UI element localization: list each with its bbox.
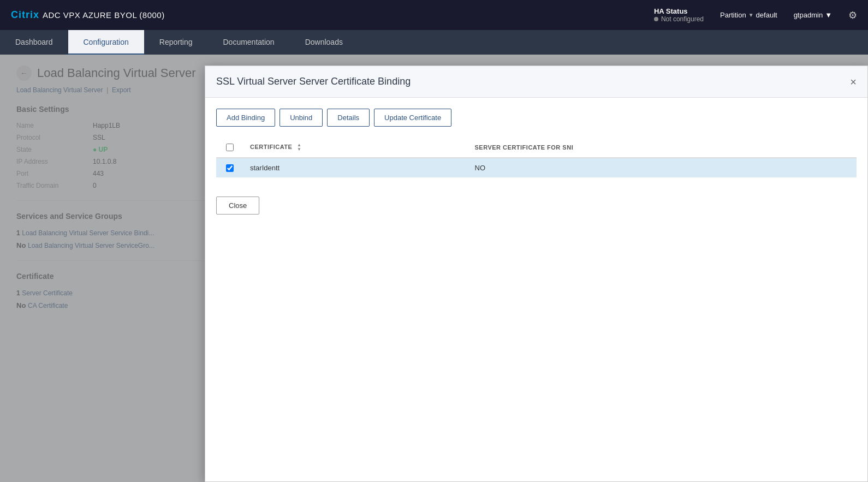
row-checkbox[interactable]	[226, 164, 234, 172]
gear-icon[interactable]: ⚙	[848, 9, 857, 21]
brand: Citrix ADC VPX AZURE BYOL (8000)	[11, 9, 165, 21]
unbind-button[interactable]: Unbind	[280, 109, 323, 127]
user-chevron-icon: ▼	[825, 11, 832, 19]
modal-title: SSL Virtual Server Server Certificate Bi…	[216, 76, 411, 87]
sni-value: NO	[468, 158, 857, 177]
tab-documentation[interactable]: Documentation	[207, 30, 289, 55]
username: gtpadmin	[794, 11, 823, 19]
modal-dialog: SSL Virtual Server Server Certificate Bi…	[205, 66, 868, 482]
ha-status: HA Status Not configured	[654, 7, 704, 23]
sort-icon: ▲ ▼	[297, 143, 301, 152]
table-header-row: CERTIFICATE ▲ ▼ SERVER CERTIFICATE FOR S…	[216, 138, 857, 158]
modal-body: Add Binding Unbind Details Update Certif…	[205, 98, 867, 188]
certificate-table: CERTIFICATE ▲ ▼ SERVER CERTIFICATE FOR S…	[216, 138, 857, 177]
select-all-checkbox[interactable]	[226, 144, 234, 151]
modal-header: SSL Virtual Server Server Certificate Bi…	[205, 66, 867, 98]
ha-status-label: HA Status	[654, 7, 688, 15]
tab-reporting[interactable]: Reporting	[144, 30, 208, 55]
citrix-logo: Citrix	[11, 9, 39, 21]
tab-downloads[interactable]: Downloads	[290, 30, 358, 55]
main-content: ← Load Balancing Virtual Server Load Bal…	[0, 55, 868, 482]
close-button[interactable]: Close	[216, 197, 259, 215]
nav-tabs: Dashboard Configuration Reporting Docume…	[0, 30, 868, 55]
certificate-name: starIdentt	[243, 158, 468, 177]
user-menu[interactable]: gtpadmin ▼	[794, 11, 832, 19]
chevron-down-icon: ▼	[748, 12, 754, 18]
ha-status-value: Not configured	[654, 15, 704, 23]
col-sni: SERVER CERTIFICATE FOR SNI	[468, 138, 857, 158]
update-certificate-button[interactable]: Update Certificate	[374, 109, 451, 127]
topbar-right: HA Status Not configured Partition ▼ def…	[654, 7, 857, 23]
app-name: ADC VPX AZURE BYOL (8000)	[43, 10, 165, 20]
ha-status-text: Not configured	[661, 15, 704, 23]
topbar: Citrix ADC VPX AZURE BYOL (8000) HA Stat…	[0, 0, 868, 30]
partition-label: Partition	[720, 11, 746, 19]
partition-value: default	[756, 11, 777, 19]
row-checkbox-cell	[216, 158, 243, 177]
action-buttons: Add Binding Unbind Details Update Certif…	[216, 109, 857, 127]
col-checkbox	[216, 138, 243, 158]
modal-close-button[interactable]: ×	[850, 76, 857, 87]
modal-footer: Close	[205, 188, 867, 223]
details-button[interactable]: Details	[327, 109, 370, 127]
table-row: starIdentt NO	[216, 158, 857, 177]
partition-info[interactable]: Partition ▼ default	[720, 11, 777, 19]
add-binding-button[interactable]: Add Binding	[216, 109, 275, 127]
col-certificate: CERTIFICATE ▲ ▼	[243, 138, 468, 158]
tab-configuration[interactable]: Configuration	[68, 30, 144, 55]
tab-dashboard[interactable]: Dashboard	[0, 30, 68, 55]
ha-dot-icon	[654, 17, 658, 21]
